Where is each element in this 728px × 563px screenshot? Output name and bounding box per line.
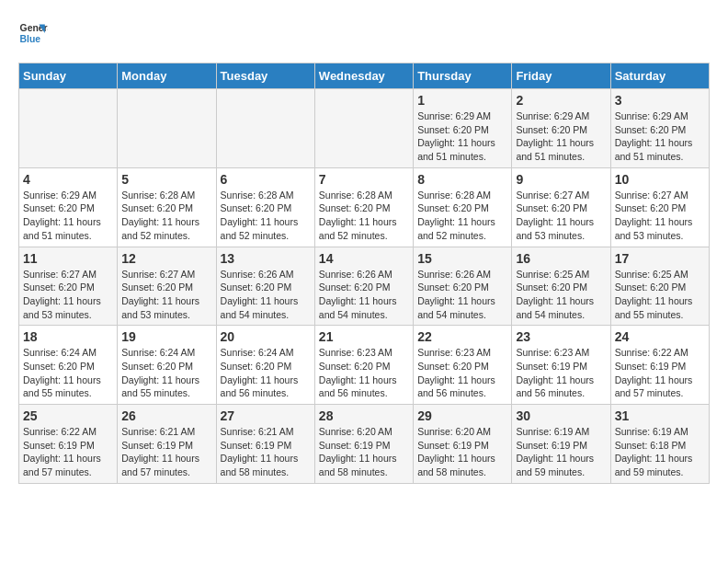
day-info: Sunrise: 6:22 AM Sunset: 6:19 PM Dayligh…	[615, 346, 705, 400]
calendar-cell: 6Sunrise: 6:28 AM Sunset: 6:20 PM Daylig…	[216, 167, 314, 247]
day-info: Sunrise: 6:23 AM Sunset: 6:19 PM Dayligh…	[516, 346, 606, 400]
day-info: Sunrise: 6:26 AM Sunset: 6:20 PM Dayligh…	[221, 268, 311, 322]
calendar-cell: 21Sunrise: 6:23 AM Sunset: 6:20 PM Dayli…	[314, 326, 413, 405]
day-number: 20	[221, 329, 311, 344]
day-info: Sunrise: 6:27 AM Sunset: 6:20 PM Dayligh…	[615, 189, 705, 243]
col-header-tuesday: Tuesday	[216, 63, 314, 89]
calendar-cell: 20Sunrise: 6:24 AM Sunset: 6:20 PM Dayli…	[216, 326, 314, 405]
calendar-cell: 3Sunrise: 6:29 AM Sunset: 6:20 PM Daylig…	[610, 89, 709, 168]
day-number: 13	[221, 251, 311, 266]
calendar-cell	[118, 89, 216, 168]
calendar-cell: 27Sunrise: 6:21 AM Sunset: 6:19 PM Dayli…	[216, 405, 314, 484]
day-number: 5	[121, 172, 211, 187]
col-header-friday: Friday	[512, 63, 610, 89]
day-info: Sunrise: 6:22 AM Sunset: 6:19 PM Dayligh…	[23, 425, 113, 479]
day-info: Sunrise: 6:21 AM Sunset: 6:19 PM Dayligh…	[221, 425, 311, 479]
calendar-cell: 23Sunrise: 6:23 AM Sunset: 6:19 PM Dayli…	[512, 326, 610, 405]
day-info: Sunrise: 6:29 AM Sunset: 6:20 PM Dayligh…	[23, 189, 113, 243]
day-info: Sunrise: 6:20 AM Sunset: 6:19 PM Dayligh…	[417, 425, 507, 479]
logo-icon: General Blue	[18, 18, 48, 48]
day-info: Sunrise: 6:21 AM Sunset: 6:19 PM Dayligh…	[121, 425, 211, 479]
day-info: Sunrise: 6:25 AM Sunset: 6:20 PM Dayligh…	[516, 268, 606, 322]
day-number: 21	[319, 329, 409, 344]
day-info: Sunrise: 6:27 AM Sunset: 6:20 PM Dayligh…	[516, 189, 606, 243]
day-number: 7	[319, 172, 409, 187]
day-number: 18	[23, 329, 113, 344]
day-number: 24	[615, 329, 705, 344]
day-info: Sunrise: 6:24 AM Sunset: 6:20 PM Dayligh…	[121, 346, 211, 400]
col-header-sunday: Sunday	[19, 63, 118, 89]
calendar-cell: 26Sunrise: 6:21 AM Sunset: 6:19 PM Dayli…	[118, 405, 216, 484]
day-info: Sunrise: 6:19 AM Sunset: 6:19 PM Dayligh…	[516, 425, 606, 479]
day-info: Sunrise: 6:23 AM Sunset: 6:20 PM Dayligh…	[417, 346, 507, 400]
day-number: 30	[516, 408, 606, 423]
calendar-cell: 14Sunrise: 6:26 AM Sunset: 6:20 PM Dayli…	[314, 247, 413, 326]
day-info: Sunrise: 6:27 AM Sunset: 6:20 PM Dayligh…	[121, 268, 211, 322]
calendar-cell: 7Sunrise: 6:28 AM Sunset: 6:20 PM Daylig…	[314, 167, 413, 247]
day-number: 15	[417, 251, 507, 266]
calendar-cell: 12Sunrise: 6:27 AM Sunset: 6:20 PM Dayli…	[118, 247, 216, 326]
day-info: Sunrise: 6:29 AM Sunset: 6:20 PM Dayligh…	[516, 109, 606, 164]
day-number: 17	[615, 251, 705, 266]
day-number: 19	[121, 329, 211, 344]
day-info: Sunrise: 6:24 AM Sunset: 6:20 PM Dayligh…	[221, 346, 311, 400]
day-number: 26	[121, 408, 211, 423]
calendar-cell: 5Sunrise: 6:28 AM Sunset: 6:20 PM Daylig…	[118, 167, 216, 247]
calendar-cell: 1Sunrise: 6:29 AM Sunset: 6:20 PM Daylig…	[414, 89, 512, 168]
calendar-cell	[19, 89, 118, 168]
logo: General Blue	[18, 18, 48, 48]
day-info: Sunrise: 6:29 AM Sunset: 6:20 PM Dayligh…	[417, 109, 507, 164]
day-number: 16	[516, 251, 606, 266]
calendar-cell: 30Sunrise: 6:19 AM Sunset: 6:19 PM Dayli…	[512, 405, 610, 484]
day-info: Sunrise: 6:23 AM Sunset: 6:20 PM Dayligh…	[319, 346, 409, 400]
day-number: 29	[417, 408, 507, 423]
day-number: 3	[615, 93, 705, 108]
day-number: 22	[417, 329, 507, 344]
calendar-cell	[314, 89, 413, 168]
day-number: 14	[319, 251, 409, 266]
day-info: Sunrise: 6:26 AM Sunset: 6:20 PM Dayligh…	[319, 268, 409, 322]
calendar-cell: 17Sunrise: 6:25 AM Sunset: 6:20 PM Dayli…	[610, 247, 709, 326]
day-number: 23	[516, 329, 606, 344]
col-header-thursday: Thursday	[414, 63, 512, 89]
day-number: 25	[23, 408, 113, 423]
calendar-cell: 4Sunrise: 6:29 AM Sunset: 6:20 PM Daylig…	[19, 167, 118, 247]
calendar-cell: 10Sunrise: 6:27 AM Sunset: 6:20 PM Dayli…	[610, 167, 709, 247]
calendar-cell: 18Sunrise: 6:24 AM Sunset: 6:20 PM Dayli…	[19, 326, 118, 405]
calendar-cell: 13Sunrise: 6:26 AM Sunset: 6:20 PM Dayli…	[216, 247, 314, 326]
day-info: Sunrise: 6:26 AM Sunset: 6:20 PM Dayligh…	[417, 268, 507, 322]
col-header-saturday: Saturday	[610, 63, 709, 89]
calendar-cell: 15Sunrise: 6:26 AM Sunset: 6:20 PM Dayli…	[414, 247, 512, 326]
calendar-cell: 28Sunrise: 6:20 AM Sunset: 6:19 PM Dayli…	[314, 405, 413, 484]
calendar-cell: 16Sunrise: 6:25 AM Sunset: 6:20 PM Dayli…	[512, 247, 610, 326]
day-number: 27	[221, 408, 311, 423]
calendar-cell: 9Sunrise: 6:27 AM Sunset: 6:20 PM Daylig…	[512, 167, 610, 247]
day-info: Sunrise: 6:25 AM Sunset: 6:20 PM Dayligh…	[615, 268, 705, 322]
calendar-cell: 31Sunrise: 6:19 AM Sunset: 6:18 PM Dayli…	[610, 405, 709, 484]
calendar-cell	[216, 89, 314, 168]
day-number: 8	[417, 172, 507, 187]
day-number: 4	[23, 172, 113, 187]
calendar-cell: 8Sunrise: 6:28 AM Sunset: 6:20 PM Daylig…	[414, 167, 512, 247]
calendar-table: SundayMondayTuesdayWednesdayThursdayFrid…	[18, 63, 710, 484]
day-number: 2	[516, 93, 606, 108]
day-number: 9	[516, 172, 606, 187]
page-header: General Blue	[18, 18, 710, 48]
calendar-cell: 11Sunrise: 6:27 AM Sunset: 6:20 PM Dayli…	[19, 247, 118, 326]
calendar-cell: 22Sunrise: 6:23 AM Sunset: 6:20 PM Dayli…	[414, 326, 512, 405]
day-info: Sunrise: 6:29 AM Sunset: 6:20 PM Dayligh…	[615, 109, 705, 164]
col-header-wednesday: Wednesday	[314, 63, 413, 89]
calendar-cell: 25Sunrise: 6:22 AM Sunset: 6:19 PM Dayli…	[19, 405, 118, 484]
day-info: Sunrise: 6:28 AM Sunset: 6:20 PM Dayligh…	[417, 189, 507, 243]
day-info: Sunrise: 6:28 AM Sunset: 6:20 PM Dayligh…	[121, 189, 211, 243]
day-info: Sunrise: 6:19 AM Sunset: 6:18 PM Dayligh…	[615, 425, 705, 479]
day-number: 6	[221, 172, 311, 187]
calendar-cell: 19Sunrise: 6:24 AM Sunset: 6:20 PM Dayli…	[118, 326, 216, 405]
day-number: 12	[121, 251, 211, 266]
calendar-cell: 2Sunrise: 6:29 AM Sunset: 6:20 PM Daylig…	[512, 89, 610, 168]
day-number: 10	[615, 172, 705, 187]
svg-text:Blue: Blue	[20, 34, 41, 44]
day-info: Sunrise: 6:24 AM Sunset: 6:20 PM Dayligh…	[23, 346, 113, 400]
day-info: Sunrise: 6:28 AM Sunset: 6:20 PM Dayligh…	[221, 189, 311, 243]
calendar-cell: 24Sunrise: 6:22 AM Sunset: 6:19 PM Dayli…	[610, 326, 709, 405]
